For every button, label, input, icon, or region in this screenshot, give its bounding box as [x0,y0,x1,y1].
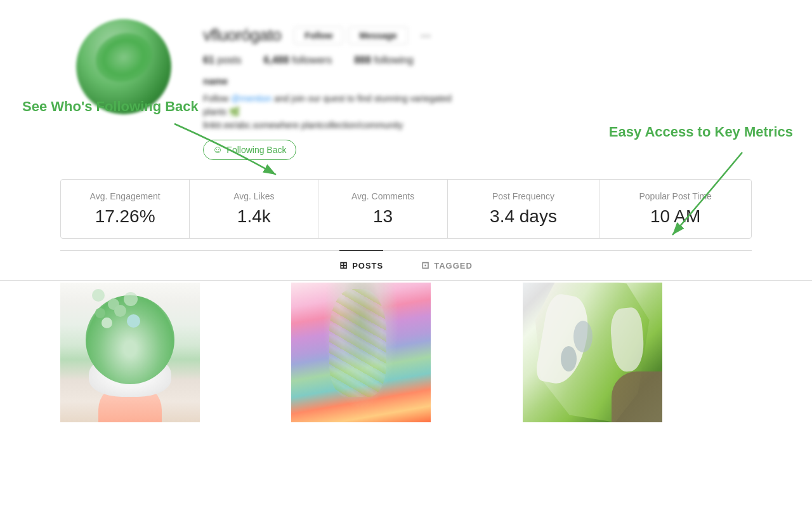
follow-button[interactable]: Follow [294,27,343,44]
profile-top-row: vfluorógato Follow Message ··· [203,25,736,45]
more-options-icon[interactable]: ··· [421,28,431,43]
metric-avg-likes: Avg. Likes 1.4k [190,180,318,238]
profile-name-row: name [203,76,736,87]
photo-cell-2[interactable] [291,283,431,422]
metric-avg-engagement-value: 17.26% [95,206,155,227]
metric-avg-likes-label: Avg. Likes [233,191,274,201]
metric-post-frequency-value: 3.4 days [490,206,557,227]
metric-avg-comments-label: Avg. Comments [351,191,414,201]
posts-grid-icon: ⊞ [339,260,348,271]
metrics-bar: Avg. Engagement 17.26% Avg. Likes 1.4k A… [60,179,752,239]
following-back-badge[interactable]: ☺ Following Back [203,140,296,160]
photo-cell-3[interactable] [523,283,662,422]
avatar-image [76,19,171,114]
profile-section: vfluorógato Follow Message ··· 61 posts … [0,0,812,173]
username: vfluorógato [203,25,281,45]
posts-stat: 61 posts [203,55,242,66]
following-stat: 888 following [354,55,413,66]
profile-action-buttons: Follow Message [294,27,407,44]
metric-popular-post-time-value: 10 AM [650,206,700,227]
page-wrapper: vfluorógato Follow Message ··· 61 posts … [0,0,812,508]
bio-mention[interactable]: @mention [231,93,272,104]
metric-avg-engagement-label: Avg. Engagement [90,191,160,201]
metric-post-frequency: Post Frequency 3.4 days [448,180,600,238]
tab-posts-label: POSTS [352,261,383,271]
metric-avg-likes-value: 1.4k [237,206,271,227]
smile-icon: ☺ [213,144,223,156]
followers-stat: 6,488 followers [264,55,332,66]
photo-cell-1[interactable] [60,283,200,422]
metric-avg-comments: Avg. Comments 13 [318,180,447,238]
following-back-label: Following Back [226,145,286,155]
profile-name: name [203,76,228,86]
metric-avg-engagement: Avg. Engagement 17.26% [61,180,190,238]
metric-post-frequency-label: Post Frequency [492,191,554,201]
profile-info: vfluorógato Follow Message ··· 61 posts … [203,19,736,160]
metric-popular-post-time: Popular Post Time 10 AM [599,180,751,238]
profile-stats-row: 61 posts 6,488 followers 888 following [203,55,736,66]
avatar [76,19,171,114]
photo-grid [0,283,812,422]
tab-posts[interactable]: ⊞ POSTS [339,250,383,280]
tab-tagged[interactable]: ⊡ TAGGED [421,250,473,280]
tabs-row: ⊞ POSTS ⊡ TAGGED [0,251,812,281]
message-button[interactable]: Message [348,27,407,44]
tagged-icon: ⊡ [421,260,430,271]
tab-tagged-label: TAGGED [434,261,473,271]
metric-popular-post-time-label: Popular Post Time [639,191,711,201]
profile-bio: Follow @mention and join our quest to fi… [203,92,469,132]
metric-avg-comments-value: 13 [373,206,393,227]
